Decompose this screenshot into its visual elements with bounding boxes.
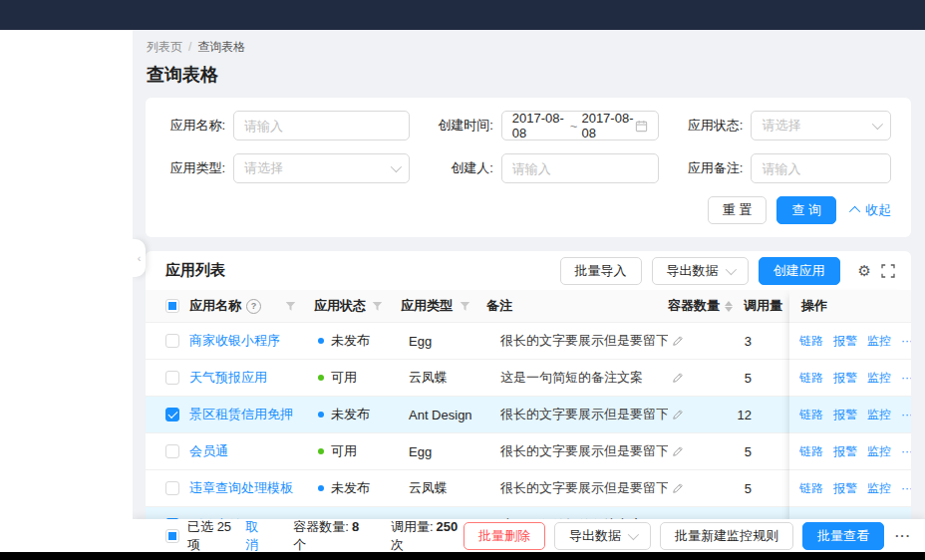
row-more-icon[interactable]: ··· bbox=[901, 481, 911, 495]
edit-icon[interactable] bbox=[672, 445, 684, 457]
breadcrumb-parent[interactable]: 列表页 bbox=[147, 40, 182, 54]
status-dot-icon bbox=[318, 448, 324, 454]
batch-view-button[interactable]: 批量查看 bbox=[802, 522, 884, 550]
filter-icon[interactable] bbox=[372, 301, 383, 312]
select-all-checkbox[interactable] bbox=[165, 299, 179, 313]
row-action-link[interactable]: 监控 bbox=[867, 407, 891, 423]
row-action-link[interactable]: 监控 bbox=[867, 443, 891, 460]
row-action-link[interactable]: 链路 bbox=[799, 443, 823, 460]
cancel-selection-link[interactable]: 取消 bbox=[246, 518, 268, 553]
gear-icon[interactable]: ⚙ bbox=[858, 263, 871, 278]
date-separator: ~ bbox=[570, 119, 578, 134]
row-actions: 链路报警监控··· bbox=[789, 360, 911, 397]
row-more-icon[interactable]: ··· bbox=[901, 408, 911, 421]
actions-fixed-column: 操作 链路报警监控···链路报警监控···链路报警监控···链路报警监控···链… bbox=[789, 290, 911, 552]
date-end[interactable]: 2017-08-08 bbox=[581, 111, 635, 140]
app-name-link[interactable]: 商家收银小程序 bbox=[189, 333, 280, 348]
containers-stat: 容器数量:8个 bbox=[293, 518, 365, 553]
sort-icon[interactable] bbox=[725, 301, 733, 312]
create-app-button[interactable]: 创建应用 bbox=[759, 257, 840, 285]
row-action-link[interactable]: 链路 bbox=[799, 480, 823, 497]
edit-icon[interactable] bbox=[672, 409, 684, 420]
selection-checkbox[interactable] bbox=[165, 529, 179, 543]
remark-cell: 很长的文字要展示但是要留下 ... 尾巴 bbox=[488, 406, 690, 423]
app-type-select[interactable]: 请选择 bbox=[233, 153, 410, 183]
row-action-link[interactable]: 报警 bbox=[833, 333, 857, 350]
row-more-icon[interactable]: ··· bbox=[901, 444, 911, 458]
sidebar-collapse-handle[interactable]: ‹ bbox=[133, 239, 146, 277]
app-name-link[interactable]: 违章查询处理模板 bbox=[189, 480, 293, 495]
row-action-link[interactable]: 链路 bbox=[799, 407, 823, 423]
table-title: 应用列表 bbox=[165, 261, 225, 280]
question-circle-icon[interactable]: ? bbox=[246, 299, 261, 314]
app-remark-input[interactable] bbox=[762, 161, 880, 176]
row-checkbox[interactable] bbox=[165, 371, 179, 385]
row-more-icon[interactable]: ··· bbox=[901, 371, 911, 385]
filter-icon[interactable] bbox=[285, 301, 296, 312]
field-app-status: 应用状态: 请选择 bbox=[683, 111, 891, 140]
batch-create-rule-button[interactable]: 批量新建监控规则 bbox=[660, 522, 793, 550]
app-type-label: 应用类型: bbox=[165, 159, 225, 177]
remark-cell: 很长的文字要展示但是要留下 ... 尾巴 bbox=[488, 332, 690, 350]
row-checkbox[interactable] bbox=[165, 408, 179, 421]
field-creator: 创建人: bbox=[434, 153, 660, 183]
creator-input[interactable] bbox=[512, 161, 649, 176]
row-action-link[interactable]: 监控 bbox=[867, 480, 891, 497]
applications-table: 应用名称 ? 应用状态 应用类型 备注 容器数量 bbox=[146, 290, 911, 552]
edit-icon[interactable] bbox=[672, 482, 684, 494]
type-cell: Egg bbox=[403, 444, 488, 459]
create-time-label: 创建时间: bbox=[434, 117, 493, 135]
app-status-label: 应用状态: bbox=[683, 117, 743, 135]
field-app-remark: 应用备注: bbox=[683, 153, 891, 183]
row-more-icon[interactable]: ··· bbox=[901, 334, 911, 348]
row-action-link[interactable]: 监控 bbox=[867, 333, 891, 350]
more-actions-icon[interactable]: ··· bbox=[893, 528, 913, 543]
selected-text: 已选 25 项 bbox=[187, 518, 238, 553]
app-name-label: 应用名称: bbox=[165, 117, 225, 135]
creator-label: 创建人: bbox=[434, 159, 493, 177]
edit-icon[interactable] bbox=[672, 335, 684, 347]
row-checkbox[interactable] bbox=[165, 444, 179, 458]
batch-import-button[interactable]: 批量导入 bbox=[560, 257, 642, 285]
app-remark-label: 应用备注: bbox=[683, 159, 743, 177]
search-button[interactable]: 查 询 bbox=[776, 196, 836, 224]
app-name-link[interactable]: 景区租赁信用免押 bbox=[189, 407, 293, 421]
fullscreen-icon[interactable] bbox=[881, 264, 895, 278]
remark-cell: 这是一句简短的备注文案 bbox=[488, 369, 690, 387]
row-action-link[interactable]: 报警 bbox=[833, 370, 857, 387]
containers-cell: 5 bbox=[690, 444, 773, 459]
bottom-bar bbox=[0, 552, 925, 560]
ops-body: 链路报警监控···链路报警监控···链路报警监控···链路报警监控···链路报警… bbox=[789, 323, 911, 552]
row-action-link[interactable]: 链路 bbox=[799, 370, 823, 387]
date-range-picker[interactable]: 2017-08-08 ~ 2017-08-08 bbox=[501, 111, 660, 140]
row-action-link[interactable]: 报警 bbox=[833, 443, 857, 460]
filter-form-card: 应用名称: 创建时间: 2017-08-08 ~ 2017-08-08 应用状态… bbox=[146, 98, 911, 237]
status-dot-icon bbox=[318, 412, 324, 418]
app-status-select[interactable]: 请选择 bbox=[751, 111, 891, 140]
status-dot-icon bbox=[318, 338, 324, 344]
row-actions: 链路报警监控··· bbox=[789, 323, 911, 360]
batch-delete-button[interactable]: 批量删除 bbox=[463, 522, 545, 550]
row-actions: 链路报警监控··· bbox=[789, 397, 911, 433]
app-name-input[interactable] bbox=[244, 119, 399, 134]
footer-export-button[interactable]: 导出数据 bbox=[554, 522, 651, 550]
row-checkbox[interactable] bbox=[165, 481, 179, 495]
chevron-down-icon bbox=[628, 528, 639, 539]
row-action-link[interactable]: 报警 bbox=[833, 480, 857, 497]
row-action-link[interactable]: 报警 bbox=[833, 407, 857, 423]
date-start[interactable]: 2017-08-08 bbox=[512, 111, 566, 140]
chevron-left-icon: ‹ bbox=[138, 252, 142, 264]
export-data-button[interactable]: 导出数据 bbox=[652, 257, 749, 285]
app-list-card: 应用列表 批量导入 导出数据 创建应用 ⚙ 应用名称 ? bbox=[146, 251, 911, 552]
collapse-filter-link[interactable]: 收起 bbox=[852, 201, 891, 219]
edit-icon[interactable] bbox=[672, 372, 684, 384]
row-action-link[interactable]: 监控 bbox=[867, 370, 891, 387]
app-name-link[interactable]: 天气预报应用 bbox=[189, 370, 267, 385]
filter-icon[interactable] bbox=[460, 301, 470, 312]
app-name-link[interactable]: 会员通 bbox=[189, 443, 228, 458]
reset-button[interactable]: 重 置 bbox=[708, 196, 768, 224]
row-checkbox[interactable] bbox=[165, 334, 179, 348]
status-dot-icon bbox=[318, 485, 324, 491]
containers-cell: 3 bbox=[690, 334, 773, 349]
row-action-link[interactable]: 链路 bbox=[799, 333, 823, 350]
